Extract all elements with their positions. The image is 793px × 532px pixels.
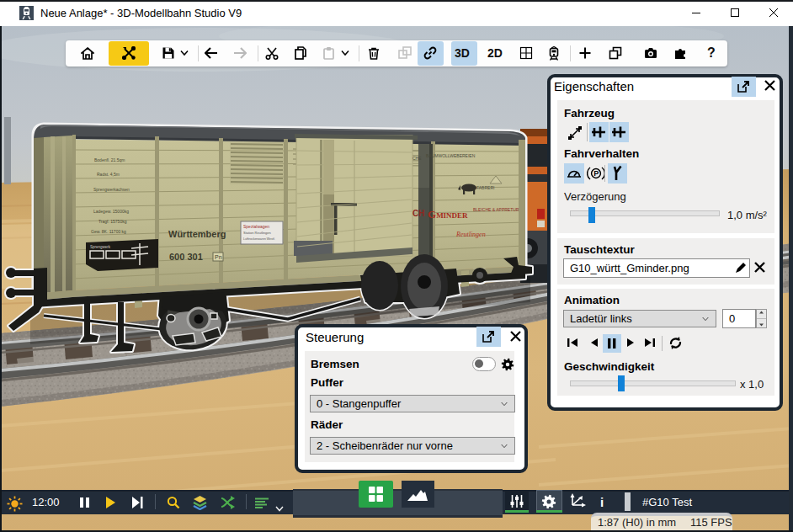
svg-text:Sprengwerk: Sprengwerk xyxy=(90,245,111,249)
svg-text:Sprengwerkachsen: Sprengwerkachsen xyxy=(93,187,130,192)
svg-text:Bodenfl. 21.5qm: Bodenfl. 21.5qm xyxy=(94,157,125,162)
svg-text:Ladegew. 15000kg: Ladegew. 15000kg xyxy=(93,209,129,214)
svg-text:Pn: Pn xyxy=(215,254,222,260)
svg-text:FABRERI: FABRERI xyxy=(476,185,494,190)
svg-text:Lufttrockenwaren Westf.: Lufttrockenwaren Westf. xyxy=(243,237,275,241)
svg-text:Station Reutlingen: Station Reutlingen xyxy=(243,231,271,235)
svg-text:Spezialwagen: Spezialwagen xyxy=(243,224,269,229)
svg-text:600 301: 600 301 xyxy=(169,252,203,262)
svg-text:CHE: CHE xyxy=(412,156,422,161)
svg-text:BAUMWOLLWEBEREIEN: BAUMWOLLWEBEREIEN xyxy=(426,153,476,158)
svg-text:Reutlingen: Reutlingen xyxy=(455,231,486,238)
svg-text:Radst. 4,5m: Radst. 4,5m xyxy=(97,172,120,177)
svg-text:BLEICHE & APPRETUR: BLEICHE & APPRETUR xyxy=(473,207,519,212)
svg-text:Tragf. 15750kg: Tragf. 15750kg xyxy=(98,219,127,224)
svg-text:Württemberg: Württemberg xyxy=(168,229,226,239)
svg-text:P: P xyxy=(593,169,599,178)
svg-text:CH: CH xyxy=(412,209,424,218)
svg-text:Gew. 8K. 11700 kg: Gew. 8K. 11700 kg xyxy=(91,229,126,234)
